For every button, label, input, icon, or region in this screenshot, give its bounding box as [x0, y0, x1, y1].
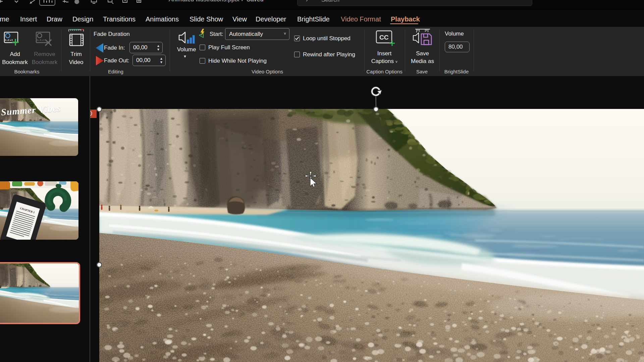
svg-text:CC: CC — [379, 34, 389, 41]
